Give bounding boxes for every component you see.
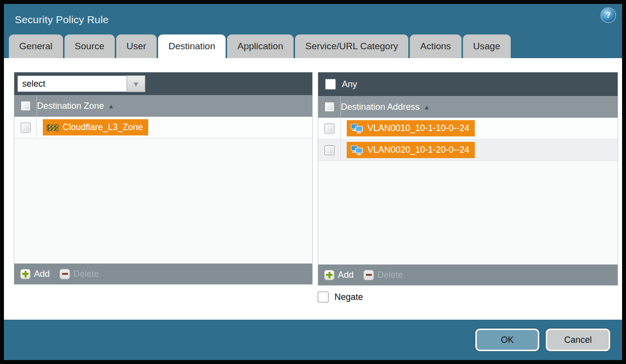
network-icon [351,145,363,155]
table-row[interactable]: Cloudflare_L3_Zone [14,117,312,138]
address-any-bar: Any [318,72,618,96]
dialog-footer: OK Cancel [4,320,622,360]
tab-general[interactable]: General [9,34,63,58]
address-row-checkbox[interactable] [325,145,334,155]
help-icon[interactable]: ? [601,8,615,22]
negate-row: Negate [318,292,363,302]
add-address-button[interactable]: Add [324,270,354,280]
negate-label: Negate [334,292,363,302]
tab-service-url-category[interactable]: Service/URL Category [295,34,408,58]
sort-ascending-icon[interactable]: ▲ [108,102,114,110]
tab-usage[interactable]: Usage [463,34,511,58]
minus-icon [363,270,374,280]
add-zone-button[interactable]: Add [20,269,50,279]
tab-destination[interactable]: Destination [158,34,226,58]
delete-zone-button[interactable]: Delete [60,269,99,279]
destination-zone-panel: ▼ Destination Zone ▲ [14,72,313,285]
security-policy-rule-dialog: Security Policy Rule ? General Source Us… [4,4,622,360]
zone-column-title[interactable]: Destination Zone [37,101,104,111]
dialog-titlebar: Security Policy Rule ? [4,4,622,34]
zone-list: Cloudflare_L3_Zone [14,117,312,264]
network-icon [351,124,363,133]
destination-address-panel: Any Destination Address ▲ [318,72,618,286]
screen: Security Policy Rule ? General Source Us… [0,0,626,364]
table-row[interactable]: VLAN0010_10-1-10-0--24 [318,118,618,139]
zone-select-all-checkbox[interactable] [21,101,31,111]
destination-tab-content: ▼ Destination Zone ▲ [4,58,622,320]
address-toolbar: Add Delete [318,265,618,285]
table-row[interactable]: VLAN0020_10-1-20-0--24 [318,139,618,161]
plus-icon [324,270,334,280]
zone-icon [47,123,59,132]
tab-user[interactable]: User [116,34,157,58]
address-list: VLAN0010_10-1-10-0--24 [318,118,618,265]
tab-strip: General Source User Destination Applicat… [9,34,511,58]
tab-actions[interactable]: Actions [410,34,461,58]
address-row-checkbox[interactable] [325,124,334,133]
cancel-button[interactable]: Cancel [546,329,610,351]
address-chip[interactable]: VLAN0010_10-1-10-0--24 [347,120,475,136]
tab-source[interactable]: Source [65,34,115,58]
address-name: VLAN0010_10-1-10-0--24 [367,123,469,133]
delete-address-button[interactable]: Delete [363,270,403,280]
address-column-title[interactable]: Destination Address [341,102,420,112]
ok-button[interactable]: OK [475,329,539,351]
address-chip[interactable]: VLAN0020_10-1-20-0--24 [347,142,475,158]
zone-chip[interactable]: Cloudflare_L3_Zone [43,119,148,135]
tab-application[interactable]: Application [227,34,294,58]
zone-select-dropdown-button[interactable]: ▼ [127,75,145,92]
zone-name: Cloudflare_L3_Zone [63,122,143,132]
zone-column-header: Destination Zone ▲ [14,95,312,117]
any-label: Any [342,79,357,90]
negate-checkbox[interactable] [318,292,329,302]
address-name: VLAN0020_10-1-20-0--24 [367,145,469,155]
zone-select-input[interactable] [17,75,127,92]
zone-panel-topbar: ▼ [14,72,312,95]
chevron-down-icon: ▼ [132,80,140,88]
plus-icon [20,269,31,279]
any-checkbox[interactable] [325,79,336,90]
minus-icon [60,269,70,279]
zone-select-combo: ▼ [17,75,145,92]
address-select-all-checkbox[interactable] [325,102,334,112]
zone-row-checkbox[interactable] [21,123,31,132]
help-glyph: ? [606,11,611,20]
sort-ascending-icon[interactable]: ▲ [424,103,430,111]
dialog-title: Security Policy Rule [15,14,109,26]
zone-toolbar: Add Delete [14,264,312,284]
address-column-header: Destination Address ▲ [318,96,618,118]
